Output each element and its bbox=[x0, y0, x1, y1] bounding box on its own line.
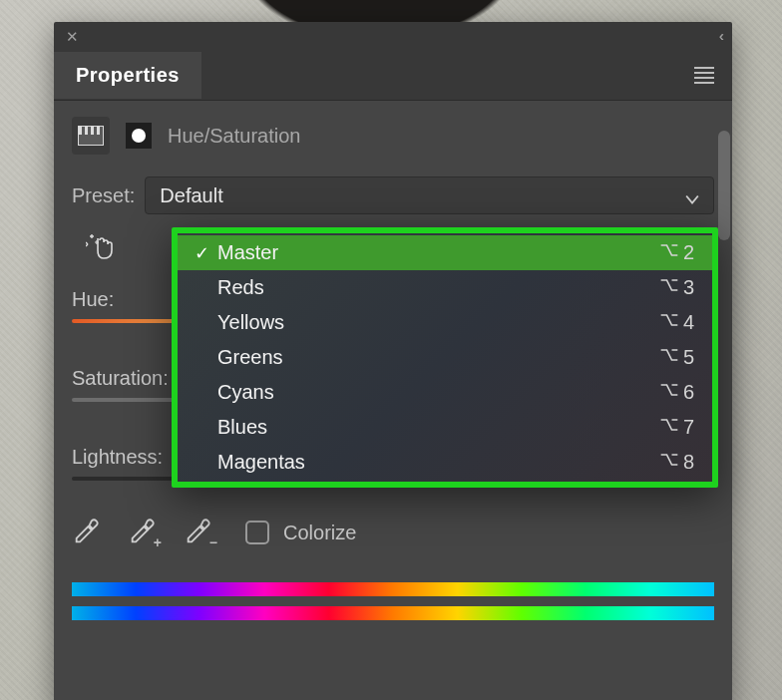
range-option-shortcut: 5 bbox=[659, 346, 694, 369]
targeted-adjust-icon[interactable] bbox=[86, 232, 118, 264]
layer-mask-icon[interactable] bbox=[120, 117, 158, 155]
spectrum-top[interactable] bbox=[72, 582, 714, 596]
range-option-blues[interactable]: Blues7 bbox=[178, 410, 712, 445]
range-option-label: Blues bbox=[213, 416, 659, 439]
properties-panel: ✕ ‹‹ Properties Hue/Saturation Preset: D… bbox=[54, 22, 732, 700]
eyedropper-icon[interactable] bbox=[72, 519, 100, 546]
range-option-magentas[interactable]: Magentas8 bbox=[178, 445, 712, 480]
range-option-shortcut: 7 bbox=[659, 416, 694, 439]
range-option-label: Master bbox=[213, 241, 659, 264]
range-option-shortcut: 4 bbox=[659, 311, 694, 334]
preset-select[interactable]: Default bbox=[145, 176, 714, 214]
panel-menu-icon[interactable] bbox=[688, 61, 720, 90]
range-option-cyans[interactable]: Cyans6 bbox=[178, 375, 712, 410]
range-option-label: Cyans bbox=[213, 381, 659, 404]
close-icon[interactable]: ✕ bbox=[66, 29, 79, 44]
spectrum-bottom[interactable] bbox=[72, 606, 714, 620]
range-option-label: Greens bbox=[213, 346, 659, 369]
collapse-icon[interactable]: ‹‹ bbox=[719, 28, 720, 44]
panel-scrollbar[interactable] bbox=[716, 101, 732, 700]
check-icon: ✓ bbox=[190, 242, 213, 264]
preset-value: Default bbox=[160, 184, 222, 207]
eyedropper-add-icon[interactable]: + bbox=[128, 519, 156, 546]
range-option-label: Reds bbox=[213, 276, 659, 299]
panel-titlebar: ✕ ‹‹ bbox=[54, 22, 732, 50]
preset-row: Preset: Default bbox=[72, 176, 714, 214]
eyedropper-row: + − Colorize bbox=[72, 519, 714, 546]
range-option-master[interactable]: ✓Master2 bbox=[178, 235, 712, 270]
spectrum-bars bbox=[72, 582, 714, 620]
range-option-shortcut: 6 bbox=[659, 381, 694, 404]
eyedropper-subtract-icon[interactable]: − bbox=[184, 519, 211, 546]
colorize-label: Colorize bbox=[283, 522, 356, 544]
adjustment-header: Hue/Saturation bbox=[72, 117, 714, 155]
preset-label: Preset: bbox=[72, 184, 135, 207]
colorize-checkbox[interactable] bbox=[245, 521, 269, 544]
range-option-label: Magentas bbox=[213, 451, 659, 474]
range-option-yellows[interactable]: Yellows4 bbox=[178, 305, 712, 340]
adjustment-title: Hue/Saturation bbox=[168, 125, 300, 148]
panel-tabbar: Properties bbox=[54, 50, 732, 101]
range-option-label: Yellows bbox=[213, 311, 659, 334]
tab-properties[interactable]: Properties bbox=[54, 52, 201, 99]
color-range-dropdown: ✓Master2Reds3Yellows4Greens5Cyans6Blues7… bbox=[172, 227, 718, 488]
hue-saturation-icon bbox=[72, 117, 110, 155]
range-option-shortcut: 8 bbox=[659, 451, 694, 474]
range-option-shortcut: 2 bbox=[659, 241, 694, 264]
colorize-row: Colorize bbox=[245, 521, 356, 544]
range-option-greens[interactable]: Greens5 bbox=[178, 340, 712, 375]
range-option-reds[interactable]: Reds3 bbox=[178, 270, 712, 305]
range-option-shortcut: 3 bbox=[659, 276, 694, 299]
chevron-down-icon bbox=[685, 188, 699, 202]
